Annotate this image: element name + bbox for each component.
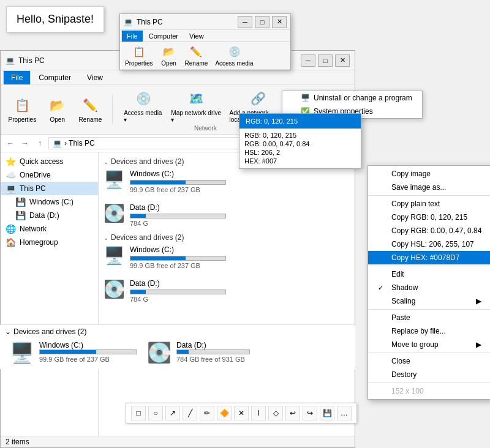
ctx-replace-file[interactable]: Replace by file... xyxy=(368,324,490,338)
sidebar-item-datad[interactable]: 💾 Data (D:) xyxy=(1,209,98,222)
ctx-replace-label: Replace by file... xyxy=(391,327,446,335)
access-media-button[interactable]: 💿 Access media ▾ xyxy=(120,87,167,125)
bottom-devices-header: ⌄ Devices and drives (2) xyxy=(0,325,355,338)
onedrive-label: OneDrive xyxy=(20,171,51,179)
tool-save[interactable]: 💾 xyxy=(320,406,334,420)
drive-c2-bar-fill xyxy=(130,256,186,260)
sidebar-item-windowsc[interactable]: 💾 Windows (C:) xyxy=(1,195,98,209)
rename-icon: ✏️ xyxy=(81,95,100,115)
ctx-arrow-scaling: ▶ xyxy=(476,297,481,305)
mini-tab-computer[interactable]: Computer xyxy=(143,30,184,42)
map-drive-button[interactable]: 🗺️ Map network drive ▾ xyxy=(167,87,225,125)
drive-item-c1[interactable]: 🖥️ Windows (C:) 99.9 GB free of 237 GB xyxy=(104,170,226,193)
sidebar-item-network[interactable]: 🌐 Network xyxy=(1,222,98,236)
ctx-copy-rgb2[interactable]: Copy RGB: 0.00, 0.47, 0.84 xyxy=(368,224,490,237)
tool-ellipse[interactable]: ○ xyxy=(148,406,163,420)
tool-rect[interactable]: □ xyxy=(131,406,146,420)
ctx-destroy[interactable]: Destory xyxy=(368,368,490,381)
sidebar-item-homegroup[interactable]: 🏠 Homegroup xyxy=(1,236,98,249)
bottom-drive-c[interactable]: 🖥️ Windows (C:) 99.9 GB free of 237 GB xyxy=(10,341,137,364)
tool-mosaic[interactable]: ✕ xyxy=(234,406,249,420)
color-picker-popup: RGB: 0, 120, 215 RGB: 0, 120, 215 RGB: 0… xyxy=(239,113,361,169)
mini-minimize[interactable]: ─ xyxy=(238,16,252,28)
mini-properties-btn[interactable]: 📋 Properties xyxy=(123,43,156,68)
mini-rename-btn[interactable]: ✏️ Rename xyxy=(183,43,211,68)
drive-item-d2[interactable]: 💽 Data (D:) 784 G xyxy=(104,279,226,303)
tool-eraser[interactable]: ◇ xyxy=(268,406,283,420)
tab-view[interactable]: View xyxy=(79,70,111,84)
ctx-copy-hsl[interactable]: Copy HSL: 206, 255, 107 xyxy=(368,237,490,251)
devices-header-text-1: Devices and drives (2) xyxy=(111,157,184,166)
mini-properties-icon: 📋 xyxy=(132,44,146,59)
bottom-devices-panel: ⌄ Devices and drives (2) 🖥️ Windows (C:)… xyxy=(0,324,355,369)
tab-file[interactable]: File xyxy=(3,70,31,84)
open-button[interactable]: 📂 Open xyxy=(44,94,71,125)
color-rgb-header: RGB: 0, 120, 215 xyxy=(246,118,298,125)
ctx-paste[interactable]: Paste xyxy=(368,311,490,324)
ctx-copy-hex[interactable]: Copy HEX: #0078D7 xyxy=(368,251,490,264)
bottom-drive-d[interactable]: 💽 Data (D:) 784 GB free of 931 GB xyxy=(147,341,250,364)
bottom-drive-d-bar-bg xyxy=(176,349,250,354)
devices-section-2: ⌄ Devices and drives (2) 🖥️ Windows (C:) xyxy=(104,233,350,303)
mini-rename-icon: ✏️ xyxy=(189,44,203,59)
explorer-mini-window: 💻 This PC ─ □ ✕ File Computer View 📋 Pro… xyxy=(119,13,291,70)
ctx-sep-3 xyxy=(368,309,490,310)
ctx-move-group[interactable]: Move to group ▶ xyxy=(368,338,490,351)
tool-line[interactable]: ╱ xyxy=(183,406,197,420)
ctx-save-image[interactable]: Save image as... xyxy=(368,181,490,194)
forward-button[interactable]: → xyxy=(19,137,31,149)
pc-icon: 💻 xyxy=(6,56,15,65)
tool-text[interactable]: I xyxy=(251,406,266,420)
mini-access-btn[interactable]: 💿 Access media xyxy=(213,43,255,68)
ctx-close[interactable]: Close xyxy=(368,354,490,368)
snipaste-hello-box: Hello, Snipaste! xyxy=(6,6,104,32)
mini-close[interactable]: ✕ xyxy=(272,16,287,28)
mini-open-icon: 📂 xyxy=(162,44,176,59)
bottom-drive-c-name: Windows (C:) xyxy=(39,341,137,349)
tool-redo[interactable]: ↪ xyxy=(303,406,317,420)
rename-label: Rename xyxy=(79,116,102,123)
properties-button[interactable]: 📋 Properties xyxy=(6,94,39,125)
main-status-bar: 2 items xyxy=(1,436,355,447)
tool-arrow[interactable]: ↗ xyxy=(165,406,180,420)
back-button[interactable]: ← xyxy=(4,137,17,149)
tool-undo[interactable]: ↩ xyxy=(285,406,300,420)
tool-pen[interactable]: ✏ xyxy=(200,406,214,420)
tab-computer[interactable]: Computer xyxy=(31,70,79,84)
ctx-copy-rgb2-label: Copy RGB: 0.00, 0.47, 0.84 xyxy=(391,226,481,235)
minimize-button[interactable]: ─ xyxy=(301,54,315,67)
drive-c2-size: 99.9 GB free of 237 GB xyxy=(130,262,226,269)
ctx-sep-4 xyxy=(368,353,490,353)
drive-c2-info: Windows (C:) 99.9 GB free of 237 GB xyxy=(130,245,226,269)
mini-maximize[interactable]: □ xyxy=(255,16,270,28)
mini-open-btn[interactable]: 📂 Open xyxy=(158,43,180,68)
drive-item-d1[interactable]: 💽 Data (D:) 784 G xyxy=(104,203,226,227)
ctx-copy-hsl-label: Copy HSL: 206, 255, 107 xyxy=(391,240,474,248)
rename-button[interactable]: ✏️ Rename xyxy=(76,94,105,125)
drive-d2-bar-fill xyxy=(130,290,146,294)
sidebar-item-thispc[interactable]: 💻 This PC xyxy=(1,182,98,195)
ctx-copy-image[interactable]: Copy image xyxy=(368,167,490,181)
chevron-bottom: ⌄ xyxy=(5,327,11,336)
mini-tab-file[interactable]: File xyxy=(121,30,143,42)
ribbon-tabs: File Computer View xyxy=(1,70,355,84)
mini-tab-view[interactable]: View xyxy=(184,30,209,42)
tool-marker[interactable]: 🔶 xyxy=(217,406,232,420)
drive-item-c2[interactable]: 🖥️ Windows (C:) 99.9 GB free of 237 GB xyxy=(104,245,226,269)
tool-more[interactable]: … xyxy=(337,406,352,420)
up-button[interactable]: ↑ xyxy=(34,137,46,149)
ctx-scaling[interactable]: Scaling ▶ xyxy=(368,294,490,308)
close-button[interactable]: ✕ xyxy=(335,54,350,67)
ctx-copy-rgb1[interactable]: Copy RGB: 0, 120, 215 xyxy=(368,211,490,224)
sidebar-item-onedrive[interactable]: ☁️ OneDrive xyxy=(1,168,98,182)
sidebar-item-quickaccess[interactable]: ⭐ Quick access xyxy=(1,155,98,168)
ctx-shadow[interactable]: ✓ Shadow xyxy=(368,281,490,294)
uninstall-item[interactable]: 🖥️ Uninstall or change a program xyxy=(282,91,422,105)
maximize-button[interactable]: □ xyxy=(318,54,333,67)
title-bar-label: This PC xyxy=(18,56,45,65)
ctx-edit[interactable]: Edit xyxy=(368,267,490,281)
ctx-copy-plain[interactable]: Copy plain text xyxy=(368,197,490,211)
open-label: Open xyxy=(50,116,65,123)
drive-c1-bar-bg xyxy=(130,180,226,185)
color-info-header: RGB: 0, 120, 215 xyxy=(246,118,298,125)
